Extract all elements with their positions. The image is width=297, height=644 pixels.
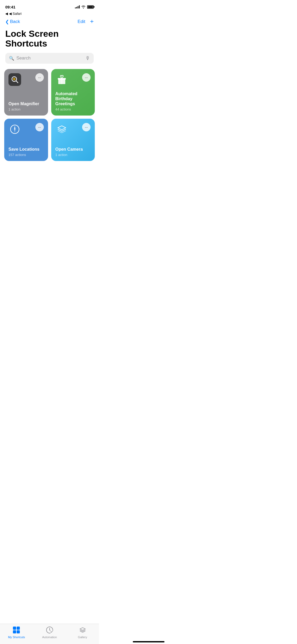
nav-actions: Edit + — [78, 19, 94, 25]
battery-icon — [87, 5, 94, 9]
more-options-button-magnifier[interactable]: ··· — [35, 73, 44, 82]
search-bar[interactable]: 🔍 Search 🎙 — [5, 53, 94, 64]
microphone-icon[interactable]: 🎙 — [85, 56, 90, 61]
search-input[interactable]: Search — [16, 56, 83, 61]
svg-point-11 — [14, 129, 15, 130]
nav-bar: ❮ Back Edit + — [0, 17, 99, 28]
back-button[interactable]: ❮ Back — [5, 19, 20, 25]
safari-back-label: ◀ ◀ Safari — [0, 12, 99, 17]
shortcuts-grid: ··· Open Magnifier 1 action ··· Automate… — [0, 69, 99, 161]
svg-marker-12 — [58, 126, 65, 130]
shortcut-card-save-locations[interactable]: ··· Save Locations 157 actions — [4, 119, 48, 161]
back-label: Back — [10, 19, 20, 24]
shortcut-card-open-magnifier[interactable]: ··· Open Magnifier 1 action — [4, 69, 48, 116]
signal-icon — [75, 5, 80, 8]
svg-marker-9 — [14, 126, 16, 129]
gift-svg-icon — [57, 75, 67, 85]
card-footer: Open Camera 1 action — [55, 147, 91, 157]
svg-line-1 — [16, 81, 18, 83]
shortcut-title: Open Magnifier — [8, 101, 44, 106]
card-footer: Save Locations 157 actions — [8, 147, 44, 157]
back-chevron-icon: ❮ — [5, 19, 9, 25]
add-button[interactable]: + — [90, 18, 94, 25]
svg-rect-7 — [61, 78, 62, 84]
shortcut-title: Open Camera — [55, 147, 91, 152]
compass-svg-icon — [10, 124, 20, 134]
shortcut-subtitle: 44 actions — [55, 107, 91, 111]
wifi-icon — [81, 5, 86, 8]
magnifier-icon — [11, 75, 19, 84]
card-header: ··· — [8, 73, 44, 86]
card-header: ··· — [55, 73, 91, 86]
status-bar: 09:41 — [0, 0, 99, 12]
card-footer: Automated Birthday Greetings 44 actions — [55, 91, 91, 112]
card-footer: Open Magnifier 1 action — [8, 101, 44, 111]
layers-icon — [55, 123, 68, 136]
shortcut-card-birthday-greetings[interactable]: ··· Automated Birthday Greetings 44 acti… — [51, 69, 95, 116]
more-options-button-birthday[interactable]: ··· — [82, 73, 91, 82]
compass-icon — [8, 123, 21, 136]
status-time: 09:41 — [5, 5, 15, 9]
magnifier-app-icon — [8, 73, 21, 86]
card-header: ··· — [8, 123, 44, 136]
shortcut-title: Automated Birthday Greetings — [55, 91, 91, 107]
shortcut-subtitle: 157 actions — [8, 153, 44, 157]
layers-svg-icon — [57, 124, 67, 134]
shortcut-title: Save Locations — [8, 147, 44, 152]
more-options-button-camera[interactable]: ··· — [82, 123, 91, 131]
gift-icon — [55, 73, 68, 86]
shortcut-subtitle: 1 action — [55, 153, 91, 157]
more-options-button-locations[interactable]: ··· — [35, 123, 44, 131]
shortcut-card-open-camera[interactable]: ··· Open Camera 1 action — [51, 119, 95, 161]
svg-marker-10 — [14, 129, 16, 133]
page-title: Lock Screen Shortcuts — [0, 28, 99, 53]
card-header: ··· — [55, 123, 91, 136]
search-icon: 🔍 — [9, 56, 14, 61]
shortcut-subtitle: 1 action — [8, 107, 44, 111]
status-icons — [75, 5, 94, 9]
edit-button[interactable]: Edit — [78, 19, 85, 24]
